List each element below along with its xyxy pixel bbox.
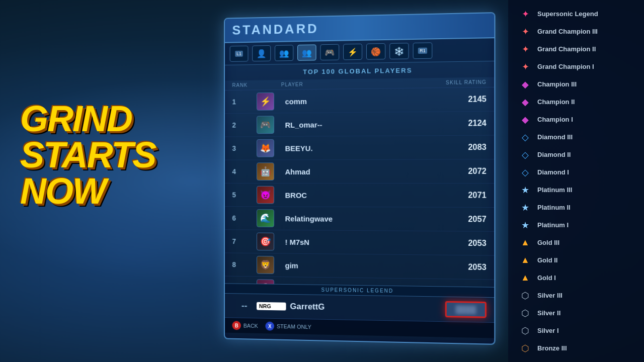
players-list[interactable]: 1 ⚡ comm 2145 2 🎮 RL_omar-- 2124 3 🦊 BEE… <box>225 87 494 287</box>
game-icon: 🎮 <box>325 47 335 57</box>
rank-item[interactable]: ▲ Gold I <box>516 269 636 287</box>
rank-name: Silver III <box>537 292 562 299</box>
current-player-team: NRG <box>257 302 286 311</box>
table-row[interactable]: 5 😈 BROC 2071 <box>225 184 494 208</box>
rank-item[interactable]: ◇ Diamond III <box>516 129 636 146</box>
tab-boost[interactable]: ⚡ <box>343 44 362 60</box>
rank-icon: ◇ <box>518 165 532 179</box>
rank-name: Diamond I <box>537 168 569 176</box>
player-name: gim <box>281 261 435 271</box>
rank-name: Gold III <box>537 239 559 246</box>
player-avatar: 🤖 <box>257 162 274 180</box>
player-rank: 8 <box>232 260 256 268</box>
rank-item[interactable]: ◆ Champion III <box>516 76 636 93</box>
player-avatar: 🎯 <box>257 233 274 251</box>
rank-item[interactable]: ✦ Supersonic Legend <box>516 6 636 23</box>
back-button[interactable]: B BACK <box>232 321 258 330</box>
tab-snow[interactable]: ❄️ <box>389 43 409 59</box>
rank-item[interactable]: ✦ Grand Champion II <box>516 41 636 58</box>
player-name: Ahmad <box>281 167 435 175</box>
rank-icon: ⬡ <box>518 324 532 338</box>
rank-name: Platinum II <box>537 204 571 211</box>
rank-name: Diamond II <box>537 151 571 158</box>
rank-name: Silver II <box>537 309 560 317</box>
rank-icon: ✦ <box>518 42 532 56</box>
rank-item[interactable]: ★ Platinum II <box>516 199 636 216</box>
rank-name: Champion I <box>537 116 573 123</box>
player-rating: 2124 <box>435 119 487 128</box>
player-avatar: 😈 <box>257 186 274 204</box>
player-rating: 2057 <box>435 215 487 224</box>
rank-name: Grand Champion I <box>537 63 594 70</box>
rank-name: Supersonic Legend <box>537 10 598 18</box>
rank-name: Grand Champion III <box>537 28 598 35</box>
player-name: ! M7sN <box>281 237 435 247</box>
rank-item[interactable]: ◇ Diamond I <box>516 164 636 181</box>
grind-line3: NOW <box>20 173 155 209</box>
rank-item[interactable]: ⬡ Silver II <box>516 305 636 322</box>
player-rank: 7 <box>232 237 256 245</box>
rank-name: Platinum I <box>537 221 569 229</box>
rank-item[interactable]: ★ Platinum III <box>516 182 636 199</box>
table-row[interactable]: 1 ⚡ comm 2145 <box>225 87 494 114</box>
snow-icon: ❄️ <box>394 46 404 56</box>
player-rank: 5 <box>232 191 256 199</box>
ball-icon: 🏀 <box>371 47 381 56</box>
rank-icon: ⬡ <box>518 306 532 320</box>
player-name: BROC <box>281 191 435 200</box>
rank-icon: ⬡ <box>518 341 532 355</box>
current-player-rank: -- <box>232 300 256 311</box>
rank-item[interactable]: ⬡ Bronze III <box>516 340 636 357</box>
rank-item[interactable]: ◆ Champion I <box>516 111 636 128</box>
col-player-spacer <box>257 82 281 87</box>
table-row[interactable]: 8 🦁 gim 2053 <box>225 253 494 280</box>
current-player-name: GarrettG <box>286 302 425 314</box>
player-avatar: 🌊 <box>257 209 274 227</box>
tab-l1[interactable]: L1 <box>230 46 249 62</box>
rank-item[interactable]: ✦ Grand Champion I <box>516 58 636 75</box>
rank-item[interactable]: ⬡ Silver III <box>516 287 636 304</box>
rank-item[interactable]: ▲ Gold III <box>516 234 636 251</box>
nav-tabs: L1 👤 👥 👥 🎮 ⚡ 🏀 ❄️ R1 <box>225 38 494 65</box>
player-avatar: 🦁 <box>257 256 274 274</box>
rank-icon: ✦ <box>518 7 532 21</box>
table-row[interactable]: 2 🎮 RL_omar-- 2124 <box>225 112 494 137</box>
grind-line1: GRIND <box>20 101 155 137</box>
rank-item[interactable]: ⬡ Silver I <box>516 322 636 339</box>
rank-icon: ◇ <box>518 148 532 162</box>
tab-trio[interactable]: 👥 <box>297 44 316 60</box>
player-rank: 2 <box>232 121 256 129</box>
rank-sidebar: ✦ Supersonic Legend ✦ Grand Champion III… <box>508 0 644 362</box>
tab-duo[interactable]: 👥 <box>275 45 293 61</box>
table-row[interactable]: 4 🤖 Ahmad 2072 <box>225 159 494 184</box>
tab-r1[interactable]: R1 <box>413 42 433 59</box>
rank-icon: ⬡ <box>518 289 532 303</box>
rank-item[interactable]: ✦ Grand Champion III <box>516 23 636 40</box>
player-avatar: 🎮 <box>257 116 274 134</box>
rank-icon: ▲ <box>518 253 532 267</box>
table-row[interactable]: 3 🦊 BEEYU. 2083 <box>225 136 494 160</box>
table-row[interactable]: 7 🎯 ! M7sN 2053 <box>225 230 494 255</box>
tab-solo[interactable]: 👤 <box>252 45 271 61</box>
tab-ball[interactable]: 🏀 <box>366 43 385 60</box>
rank-item[interactable]: ◆ Champion II <box>516 94 636 111</box>
rank-item[interactable]: ★ Platinum I <box>516 217 636 234</box>
rank-icon: ★ <box>518 218 532 232</box>
rank-item[interactable]: ◇ Diamond II <box>516 146 636 163</box>
player-rating: 2072 <box>435 167 487 176</box>
steam-filter[interactable]: X STEAM ONLY <box>265 322 311 332</box>
rank-icon: ▲ <box>518 271 532 285</box>
grind-line2: STARTS <box>20 137 155 173</box>
player-rank: 3 <box>232 144 256 152</box>
tab-game[interactable]: 🎮 <box>320 44 339 61</box>
rank-item[interactable]: ▲ Gold II <box>516 252 636 269</box>
rank-name: Gold I <box>537 274 556 282</box>
table-row[interactable]: 6 🌊 Relatingwave 2057 <box>225 207 494 232</box>
player-rating: 2053 <box>435 238 487 248</box>
player-rating: 2083 <box>435 143 487 152</box>
rank-name: Gold II <box>537 256 557 264</box>
rank-icon: ★ <box>518 183 532 197</box>
player-rating: 2071 <box>435 191 487 200</box>
player-rank: 6 <box>232 214 256 222</box>
player-rating: 2145 <box>435 95 487 104</box>
